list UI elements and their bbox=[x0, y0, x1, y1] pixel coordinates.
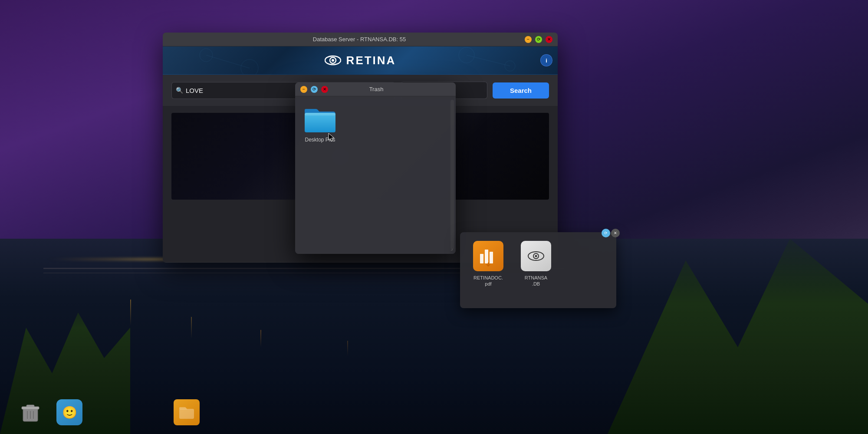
retina-window-controls: − ⟳ ✕ bbox=[525, 36, 552, 43]
files-panel-close-button[interactable]: ✕ bbox=[611, 229, 620, 237]
file-item-db[interactable]: RTNANSA.DB bbox=[516, 241, 556, 287]
svg-rect-24 bbox=[179, 409, 194, 419]
file-icon-db bbox=[521, 241, 551, 271]
light-reflection-1 bbox=[130, 299, 131, 326]
svg-line-5 bbox=[467, 55, 510, 66]
trash-minimize-button[interactable]: − bbox=[300, 86, 307, 93]
desktop-dock-folder[interactable] bbox=[174, 399, 200, 425]
trash-content: Desktop Pics bbox=[295, 96, 456, 151]
trash-resize-handle[interactable]: ⌟ bbox=[450, 245, 453, 251]
trash-close-button[interactable]: ✕ bbox=[321, 86, 328, 93]
svg-point-17 bbox=[535, 255, 537, 257]
svg-rect-12 bbox=[480, 254, 483, 263]
file-icon-pdf bbox=[473, 241, 503, 271]
trash-folder-item-desktop-pics[interactable]: Desktop Pics bbox=[304, 105, 336, 143]
retina-header-banner: RETINA i bbox=[163, 46, 558, 75]
file-pdf-label: RETINADOC.pdf bbox=[473, 275, 503, 287]
light-reflection-4 bbox=[347, 341, 348, 356]
trash-svg bbox=[20, 401, 41, 423]
retina-titlebar: Database Server - RTNANSA.DB: 55 − ⟳ ✕ bbox=[163, 33, 558, 46]
svg-rect-11 bbox=[305, 113, 335, 115]
trash-icon-image bbox=[17, 399, 43, 425]
retina-close-button[interactable]: ✕ bbox=[546, 36, 552, 43]
light-reflection-2 bbox=[191, 317, 192, 339]
light-reflection-3 bbox=[260, 330, 261, 347]
svg-line-4 bbox=[206, 55, 250, 68]
header-bg-pattern bbox=[163, 46, 558, 74]
retina-info-button[interactable]: i bbox=[540, 54, 552, 66]
search-button[interactable]: Search bbox=[493, 82, 549, 99]
file-item-pdf[interactable]: RETINADOC.pdf bbox=[469, 241, 508, 287]
trash-window-title: Trash bbox=[328, 86, 424, 92]
desktop-finder-icon[interactable]: 🙂 bbox=[56, 399, 82, 425]
finder-icon-image: 🙂 bbox=[56, 399, 82, 425]
trash-scrollbar[interactable] bbox=[450, 100, 454, 250]
trash-window: − ⟳ ✕ Trash bbox=[295, 82, 456, 254]
folder-icon bbox=[304, 105, 336, 133]
desktop-trash-icon[interactable] bbox=[17, 399, 43, 425]
db-icon-svg bbox=[526, 245, 546, 267]
retina-window-title: Database Server - RTNANSA.DB: 55 bbox=[194, 36, 525, 43]
files-panel-refresh-button[interactable]: ⟳ bbox=[602, 229, 610, 237]
svg-rect-14 bbox=[490, 252, 493, 263]
pdf-icon-svg bbox=[479, 245, 498, 267]
file-db-label: RTNANSA.DB bbox=[525, 275, 547, 287]
trash-folder-name: Desktop Pics bbox=[305, 137, 335, 143]
files-panel: ⟳ ✕ RETINADOC.pdf RTNANSA.DB bbox=[460, 232, 616, 308]
retina-minimize-button[interactable]: − bbox=[525, 36, 532, 43]
retina-maximize-button[interactable]: ⟳ bbox=[535, 36, 542, 43]
dock-folder-svg bbox=[179, 405, 194, 419]
search-magnifier-icon: 🔍 bbox=[176, 87, 183, 94]
svg-rect-10 bbox=[305, 113, 335, 132]
svg-rect-20 bbox=[22, 407, 39, 409]
svg-rect-13 bbox=[485, 250, 488, 263]
trash-refresh-button[interactable]: ⟳ bbox=[311, 86, 318, 93]
svg-point-1 bbox=[241, 59, 258, 74]
trash-titlebar: − ⟳ ✕ Trash bbox=[295, 82, 456, 96]
trash-window-controls: − ⟳ ✕ bbox=[300, 86, 328, 93]
